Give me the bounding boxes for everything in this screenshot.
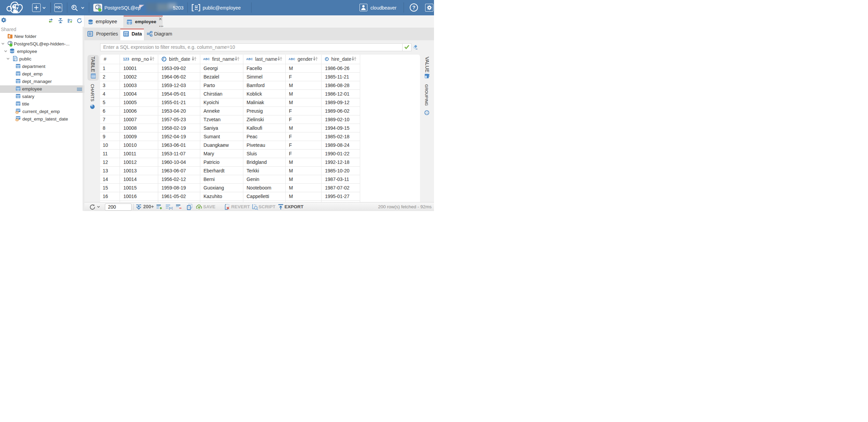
svg-text:(+): (+): [169, 206, 173, 210]
